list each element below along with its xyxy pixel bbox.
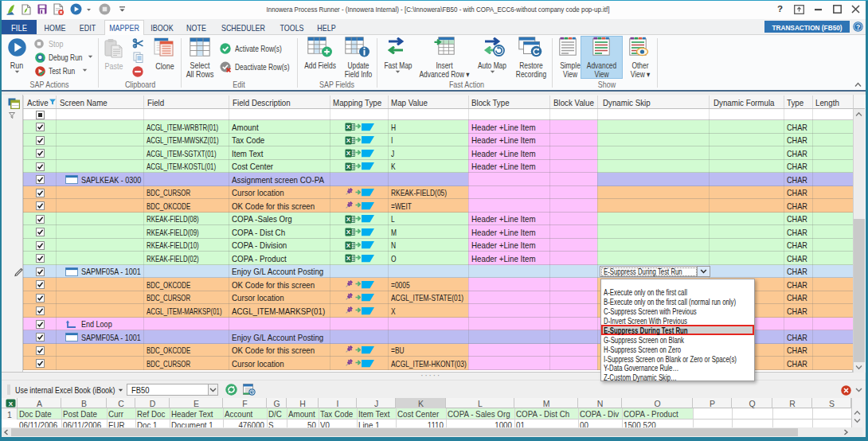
svg-text:X: X <box>346 150 351 157</box>
svg-text:X: X <box>346 123 351 131</box>
svg-text:X: X <box>346 137 351 144</box>
svg-text:X: X <box>346 228 351 236</box>
svg-text:?: ? <box>856 23 860 31</box>
svg-text:X: X <box>346 216 351 223</box>
svg-text:X: X <box>346 163 351 170</box>
svg-text:X: X <box>346 255 351 262</box>
svg-text:X: X <box>9 400 14 407</box>
svg-text:X: X <box>346 242 351 249</box>
